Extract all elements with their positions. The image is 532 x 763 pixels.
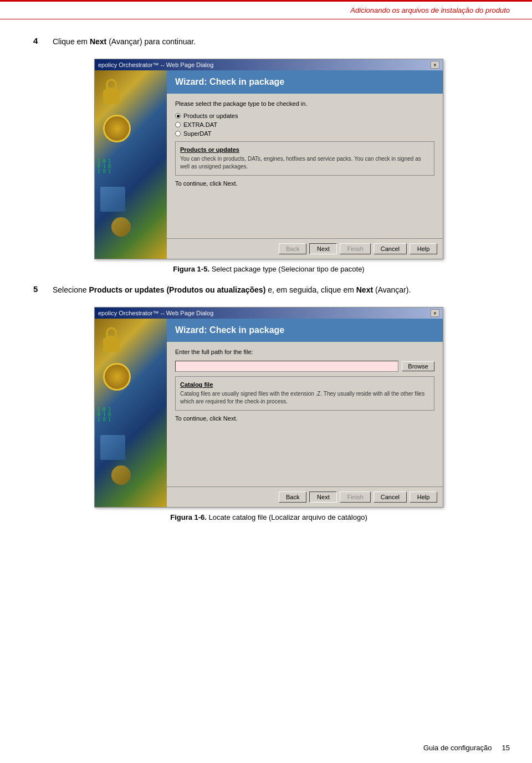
dialog2-wizard-title: Wizard: Check in package bbox=[175, 325, 284, 335]
dialog2-info-title: Catalog file bbox=[180, 381, 429, 388]
panel-decoration: 1 0 10 1 01 0 1 bbox=[95, 70, 167, 259]
clock-icon bbox=[103, 115, 131, 142]
dialog1-help-button[interactable]: Help bbox=[410, 243, 437, 254]
dialog1-wizard-header: Wizard: Check in package bbox=[167, 70, 443, 94]
dialog1-footer: Back Next Finish Cancel Help bbox=[167, 238, 443, 259]
dialog2-cancel-button[interactable]: Cancel bbox=[374, 491, 407, 503]
figure2-container: epolicy Orchestrator™ -- Web Page Dialog… bbox=[33, 307, 504, 521]
lock-icon bbox=[100, 76, 122, 104]
radio-circle-2[interactable] bbox=[175, 122, 181, 127]
dialog1-info-text: You can check in products, DATs, engines… bbox=[180, 155, 429, 171]
dialog1-continue-text: To continue, click Next. bbox=[175, 180, 434, 187]
page-header: Adicionando os arquivos de instalação do… bbox=[0, 2, 532, 19]
dialog1-left-panel: 1 0 10 1 01 0 1 McAfee bbox=[95, 70, 167, 259]
step5-number: 5 bbox=[33, 284, 53, 294]
figure2-caption-text: Locate catalog file (Localizar arquivo d… bbox=[207, 513, 367, 521]
figure1-caption: Figura 1-5. Select package type (Selecio… bbox=[173, 265, 364, 273]
dialog1-titlebar: epolicy Orchestrator™ -- Web Page Dialog… bbox=[95, 59, 443, 70]
dialog2-wizard-header: Wizard: Check in package bbox=[167, 319, 443, 342]
dialog1-close-button[interactable]: × bbox=[431, 61, 439, 69]
dialog1-cancel-button[interactable]: Cancel bbox=[374, 243, 407, 254]
radio-products-updates[interactable]: Products or updates bbox=[175, 112, 434, 119]
radio-label-1: Products or updates bbox=[183, 112, 238, 119]
deco-shape1 bbox=[100, 187, 125, 212]
dialog1-window: epolicy Orchestrator™ -- Web Page Dialog… bbox=[94, 59, 443, 259]
lock-body-2 bbox=[103, 338, 120, 352]
dialog2-left-panel: 1 0 10 1 01 0 1 McAfee SECURITY bbox=[95, 319, 167, 507]
page-header-title: Adicionando os arquivos de instalação do… bbox=[350, 6, 510, 14]
dialog1-back-button[interactable]: Back bbox=[279, 243, 306, 254]
dialog1-right-panel: Wizard: Check in package Please select t… bbox=[167, 70, 443, 259]
step4-number: 4 bbox=[33, 36, 53, 45]
step5-block: 5 Selecione Products or updates (Produto… bbox=[33, 284, 504, 296]
step4-block: 4 Clique em Next (Avançar) para continua… bbox=[33, 36, 504, 48]
radio-superdat[interactable]: SuperDAT bbox=[175, 130, 434, 137]
dialog1-wizard-title: Wizard: Check in package bbox=[175, 77, 284, 86]
step4-text: Clique em Next (Avançar) para continuar. bbox=[53, 36, 196, 48]
radio-extra-dat[interactable]: EXTRA.DAT bbox=[175, 121, 434, 128]
dialog2-titlebar: epolicy Orchestrator™ -- Web Page Dialog… bbox=[95, 308, 443, 319]
dialog2-right-panel: Wizard: Check in package Enter the full … bbox=[167, 319, 443, 507]
deco-shape4 bbox=[111, 465, 131, 485]
deco-shape3 bbox=[100, 435, 125, 460]
browse-button[interactable]: Browse bbox=[402, 361, 434, 371]
lock-shackle-2 bbox=[106, 327, 117, 338]
dialog1-info-title: Products or updates bbox=[180, 146, 429, 153]
dialog1-body: 1 0 10 1 01 0 1 McAfee bbox=[95, 70, 443, 259]
dialog2-footer: Back Next Finish Cancel Help bbox=[167, 487, 443, 507]
footer-page: 15 bbox=[502, 744, 510, 752]
dialog2-instruction: Enter the full path for the file: bbox=[175, 349, 434, 355]
lock-shackle bbox=[106, 79, 117, 90]
dialog2-help-button[interactable]: Help bbox=[410, 491, 437, 503]
page-footer: Guia de configuração 15 bbox=[423, 744, 510, 752]
step5-text: Selecione Products or updates (Produtos … bbox=[53, 284, 411, 296]
dialog1-wizard-content: Please select the package type to be che… bbox=[167, 94, 443, 238]
clock-icon-2 bbox=[103, 363, 131, 391]
figure2-caption: Figura 1-6. Locate catalog file (Localiz… bbox=[170, 513, 367, 521]
radio-circle-3[interactable] bbox=[175, 131, 181, 136]
figure1-caption-bold: Figura 1-5. bbox=[173, 265, 209, 273]
matrix-text-2: 1 0 10 1 01 0 1 bbox=[98, 407, 111, 422]
matrix-text: 1 0 10 1 01 0 1 bbox=[98, 159, 111, 174]
dialog2-finish-button[interactable]: Finish bbox=[340, 491, 370, 503]
browse-input-field[interactable] bbox=[175, 361, 398, 372]
radio-circle-1[interactable] bbox=[175, 113, 181, 119]
figure1-container: epolicy Orchestrator™ -- Web Page Dialog… bbox=[33, 59, 504, 273]
panel-decoration-2: 1 0 10 1 01 0 1 bbox=[95, 319, 167, 507]
dialog2-continue-text: To continue, click Next. bbox=[175, 415, 434, 422]
dialog1-instruction: Please select the package type to be che… bbox=[175, 100, 434, 107]
lock-icon-2 bbox=[100, 324, 122, 352]
footer-label: Guia de configuração bbox=[423, 744, 492, 752]
dialog2-back-button[interactable]: Back bbox=[279, 491, 306, 503]
dialog1-finish-button[interactable]: Finish bbox=[340, 243, 370, 254]
dialog2-titlebar-text: epolicy Orchestrator™ -- Web Page Dialog bbox=[98, 310, 213, 316]
figure2-caption-bold: Figura 1-6. bbox=[170, 513, 207, 521]
dialog2-close-button[interactable]: × bbox=[431, 309, 439, 317]
content: 4 Clique em Next (Avançar) para continua… bbox=[0, 19, 532, 549]
radio-label-2: EXTRA.DAT bbox=[183, 121, 217, 128]
lock-body bbox=[103, 90, 120, 104]
figure1-caption-text: Select package type (Selecionar tipo de … bbox=[209, 265, 365, 273]
dialog2-wizard-content: Enter the full path for the file: Browse… bbox=[167, 342, 443, 487]
radio-label-3: SuperDAT bbox=[183, 130, 212, 137]
dialog2-next-button[interactable]: Next bbox=[309, 491, 337, 503]
dialog1-radio-group: Products or updates EXTRA.DAT SuperDAT bbox=[175, 112, 434, 137]
dialog1-info-box: Products or updates You can check in pro… bbox=[175, 141, 434, 176]
dialog2-body: 1 0 10 1 01 0 1 McAfee SECURITY bbox=[95, 319, 443, 507]
deco-shape2 bbox=[111, 217, 131, 237]
dialog1-next-button[interactable]: Next bbox=[309, 243, 337, 254]
dialog2-window: epolicy Orchestrator™ -- Web Page Dialog… bbox=[94, 307, 443, 508]
dialog1-titlebar-text: epolicy Orchestrator™ -- Web Page Dialog bbox=[98, 62, 213, 68]
dialog2-info-text: Catalog files are usually signed files w… bbox=[180, 390, 429, 406]
dialog2-info-box: Catalog file Catalog files are usually s… bbox=[175, 376, 434, 411]
browse-row: Browse bbox=[175, 361, 434, 372]
